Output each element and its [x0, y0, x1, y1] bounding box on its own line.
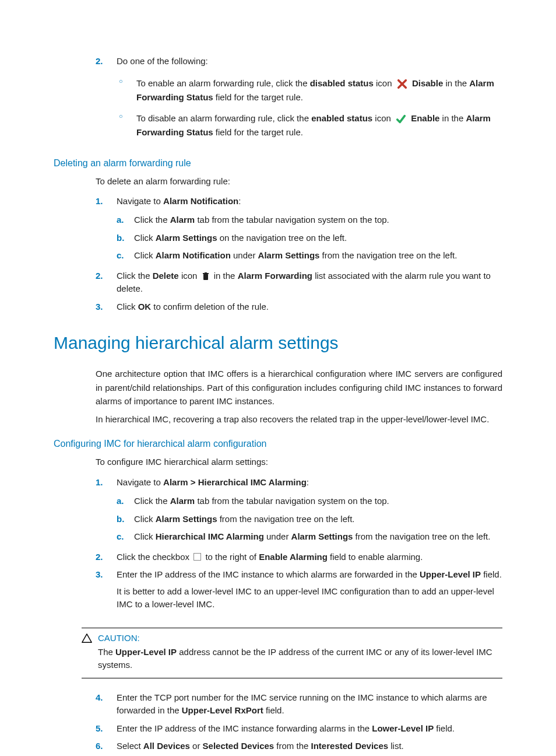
conf-step-1: 1. Navigate to Alarm > Hierarchical IMC …	[96, 474, 502, 548]
caution-header: CAUTION:	[82, 633, 502, 643]
conf-steps: 1. Navigate to Alarm > Hierarchical IMC …	[96, 474, 502, 617]
conf-step-2: 2. Click the checkbox to the right of En…	[96, 548, 502, 566]
conf-step-6: 6. Select All Devices or Selected Device…	[96, 737, 502, 755]
conf-step-4: 4. Enter the TCP port number for the IMC…	[96, 689, 502, 720]
caution-body: The Upper-Level IP address cannot be the…	[98, 646, 502, 672]
enable-rule-bullet: To enable an alarm forwarding rule, clic…	[117, 73, 502, 108]
delete-step-1a: a. Click the Alarm tab from the tabular …	[117, 211, 502, 229]
svg-rect-4	[205, 272, 207, 274]
top-step-list: 2. Do one of the following: To enable an…	[96, 52, 502, 145]
svg-rect-2	[203, 274, 208, 280]
hier-p2: In hierarchical IMC, recovering a trap a…	[96, 412, 502, 426]
svg-marker-5	[82, 634, 92, 642]
delete-icon	[202, 272, 209, 281]
delete-step-1b: b. Click Alarm Settings on the navigatio…	[117, 229, 502, 247]
conf-step-5: 5. Enter the IP address of the IMC insta…	[96, 720, 502, 738]
step-2: 2. Do one of the following: To enable an…	[96, 52, 502, 145]
conf-intro: To configure IMC hierarchical alarm sett…	[96, 455, 502, 468]
delete-step-2: 2. Click the Delete icon in the Alarm Fo…	[96, 267, 502, 298]
step-text: Do one of the following:	[117, 56, 208, 66]
section-conf-title: Configuring IMC for hierarchical alarm c…	[54, 439, 502, 449]
hier-p1: One architecture option that IMC offers …	[96, 367, 502, 408]
conf-step-3: 3. Enter the IP address of the IMC insta…	[96, 566, 502, 617]
step-marker: 2.	[96, 55, 103, 68]
caution-label: CAUTION:	[98, 633, 140, 643]
section-delete-title: Deleting an alarm forwarding rule	[54, 158, 502, 169]
caution-icon	[82, 633, 92, 643]
delete-step-1c: c. Click Alarm Notification under Alarm …	[117, 247, 502, 265]
delete-step-1-sub: a. Click the Alarm tab from the tabular …	[117, 211, 502, 265]
delete-step-3: 3. Click OK to confirm deletion of the r…	[96, 298, 502, 316]
conf-step-3-note: It is better to add a lower-level IMC to…	[117, 585, 502, 611]
delete-steps: 1. Navigate to Alarm Notification: a. Cl…	[96, 192, 502, 316]
conf-step-1c: c. Click Hierarchical IMC Alarming under…	[117, 528, 502, 546]
step-2-bullets: To enable an alarm forwarding rule, clic…	[117, 73, 502, 143]
caution-box: CAUTION: The Upper-Level IP address cann…	[82, 628, 502, 678]
conf-step-1-sub: a. Click the Alarm tab from the tabular …	[117, 492, 502, 546]
section-hier-title: Managing hierarchical alarm settings	[54, 333, 502, 353]
conf-steps-continued: 4. Enter the TCP port number for the IMC…	[96, 689, 502, 755]
delete-step-1: 1. Navigate to Alarm Notification: a. Cl…	[96, 192, 502, 267]
conf-step-1a: a. Click the Alarm tab from the tabular …	[117, 492, 502, 510]
disable-icon	[397, 79, 407, 89]
conf-step-1b: b. Click Alarm Settings from the navigat…	[117, 510, 502, 528]
checkbox-icon	[193, 553, 201, 561]
section-delete-intro: To delete an alarm forwarding rule:	[96, 174, 502, 188]
disable-rule-bullet: To disable an alarm forwarding rule, cli…	[117, 108, 502, 143]
enable-icon	[396, 114, 406, 124]
